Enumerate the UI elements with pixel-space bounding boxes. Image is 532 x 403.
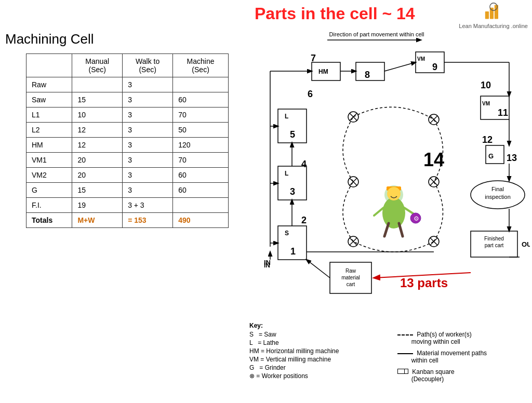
row-machine: 60 [173,168,229,183]
row-walk: = 153 [123,213,173,228]
row-label: G [26,183,72,198]
svg-rect-2 [494,5,498,19]
table-row: L110370 [26,108,229,123]
table-row: L212350 [26,123,229,138]
key-col-left: S = Saw L = Lathe HM = Horizontal millin… [249,331,382,384]
col-header-label [26,54,72,77]
row-walk: 3 [123,77,173,92]
logo: Lean Manufacturing .online [459,2,528,30]
row-manual: 15 [72,92,123,108]
svg-text:6: 6 [308,89,313,99]
row-label: VM2 [26,168,72,183]
svg-point-83 [387,187,401,200]
solid-line-icon [397,353,413,354]
svg-point-75 [382,197,405,229]
row-manual: 12 [72,138,123,153]
svg-text:part cart: part cart [485,243,504,248]
key-item-dashed: Path(s) of worker(s) moving within cell [397,331,530,345]
row-label: VM1 [26,153,72,168]
svg-text:material: material [341,275,360,280]
kanban-icon [397,369,408,374]
row-walk: 3 [123,153,173,168]
svg-text:L: L [285,113,288,120]
row-manual [72,77,123,92]
key-item-L: L = Lathe [249,339,382,346]
key-item-VM: VM = Vertical milling machine [249,356,382,363]
row-machine: 120 [173,138,229,153]
row-machine [173,77,229,92]
table-row: TotalsM+W= 153490 [26,213,229,228]
station-8 [356,62,384,80]
table-row: VM220360 [26,168,229,183]
row-label: F.I. [26,198,72,213]
svg-line-76 [384,223,389,236]
row-label: L2 [26,123,72,138]
svg-text:G: G [488,152,494,160]
svg-text:VM: VM [482,101,490,106]
table-row: Saw15360 [26,92,229,108]
svg-text:11: 11 [498,108,508,118]
row-walk: 3 [123,183,173,198]
table-row: G15360 [26,183,229,198]
row-machine: 70 [173,153,229,168]
key-col-right: Path(s) of worker(s) moving within cell … [397,331,530,384]
station-VM9 [416,52,444,73]
table-row: HM123120 [26,138,229,153]
svg-text:HM: HM [318,68,328,75]
svg-text:OUT: OUT [522,240,530,248]
row-manual: 15 [72,183,123,198]
row-machine: 70 [173,108,229,123]
svg-text:Finished: Finished [484,236,504,241]
diagram-area: Direction of part movement within cell S… [249,29,530,319]
row-manual: 10 [72,108,123,123]
svg-text:14: 14 [423,149,444,170]
row-walk: 3 + 3 [123,198,173,213]
row-walk: 3 [123,168,173,183]
svg-text:VM: VM [417,56,425,62]
dashed-line-icon [397,334,413,335]
row-machine: 50 [173,123,229,138]
key-title: Key: [249,322,530,329]
key-columns: S = Saw L = Lathe HM = Horizontal millin… [249,331,530,384]
data-table: Manual(Sec) Walk to(Sec) Machine(Sec) Ra… [26,53,229,228]
table-body: Raw3Saw15360L110370L212350HM123120VM1203… [26,77,229,228]
svg-text:12: 12 [482,135,493,145]
svg-text:cart: cart [347,281,355,287]
svg-text:9: 9 [432,62,437,72]
row-manual: 20 [72,168,123,183]
diagram-svg: Direction of part movement within cell S… [249,29,530,319]
col-header-walk: Walk to(Sec) [123,54,173,77]
svg-text:7: 7 [311,53,316,63]
svg-text:IN: IN [264,262,270,269]
svg-rect-0 [485,11,488,19]
svg-text:5: 5 [290,129,295,140]
row-manual: 19 [72,198,123,213]
row-label: L1 [26,108,72,123]
key-item-solid: Material movement paths within cell [397,350,530,364]
row-label: Totals [26,213,72,228]
row-walk: 3 [123,92,173,108]
row-manual: 20 [72,153,123,168]
svg-text:13: 13 [507,153,517,163]
col-header-manual: Manual(Sec) [72,54,123,77]
svg-line-77 [399,223,403,236]
svg-text:S: S [285,230,289,237]
svg-text:4: 4 [301,159,307,169]
row-machine: 60 [173,183,229,198]
svg-text:10: 10 [481,80,491,90]
svg-text:⚙: ⚙ [414,215,419,222]
row-walk: 3 [123,108,173,123]
table-row: Raw3 [26,77,229,92]
row-machine: 490 [173,213,229,228]
svg-text:Final: Final [491,186,504,192]
row-machine: 60 [173,92,229,108]
row-label: HM [26,138,72,153]
table-row: VM120370 [26,153,229,168]
svg-text:Raw: Raw [345,268,356,274]
right-panel: Lean Manufacturing .online Parts in the … [239,0,530,403]
row-manual: M+W [72,213,123,228]
svg-line-78 [374,208,383,216]
section-title: Machining Cell [5,31,229,47]
key-item-HM: HM = Horizontal milling machine [249,347,382,355]
row-machine [173,198,229,213]
